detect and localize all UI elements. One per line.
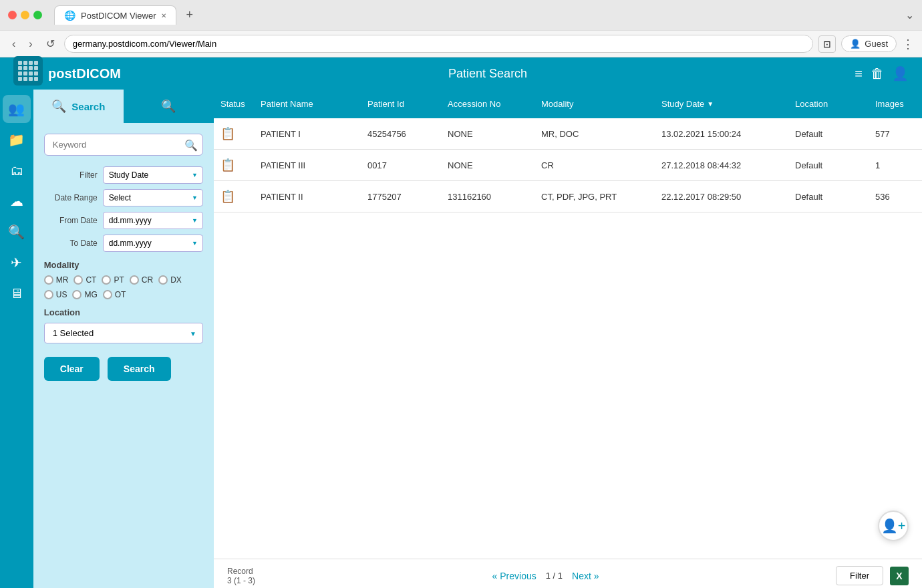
table-row[interactable]: 📋 PATIENT III 0017 NONE CR 27.12.2018 08…	[214, 150, 922, 181]
address-bar[interactable]	[64, 35, 814, 53]
status-icon-2: 📋	[220, 158, 235, 172]
guest-menu-button[interactable]: 👤 Guest	[841, 35, 897, 52]
forward-button[interactable]: ›	[25, 37, 36, 51]
col-header-images: Images	[869, 90, 922, 118]
extend-tabs-button[interactable]: ⌄	[905, 9, 914, 21]
prev-button[interactable]: « Previous	[488, 569, 541, 583]
browser-titlebar: 🌐 PostDICOM Viewer ✕ + ⌄	[0, 0, 922, 30]
cell-images-1: 577	[869, 118, 922, 149]
cell-accession-1: NONE	[441, 118, 534, 149]
content-area: 👥 📁 🗂 ☁ 🔍 ✈ 🖥 🔍 Search 🔍	[0, 90, 922, 588]
col-header-study-date[interactable]: Study Date ▼	[655, 90, 788, 118]
add-user-icon: 👤+	[881, 518, 906, 534]
from-date-select[interactable]: dd.mm.yyyy	[103, 212, 203, 229]
keyword-search-icon: 🔍	[184, 138, 198, 151]
pagination: « Previous 1 / 1 Next »	[488, 569, 603, 583]
cell-location-2: Default	[788, 150, 869, 180]
browser-chrome: 🌐 PostDICOM Viewer ✕ + ⌄ ‹ › ↺ ⊡ 👤 Guest…	[0, 0, 922, 57]
col-status-label: Status	[220, 99, 245, 109]
next-button[interactable]: Next »	[568, 569, 603, 583]
browser-more-button[interactable]: ⋮	[902, 37, 914, 51]
reload-button[interactable]: ↺	[42, 36, 59, 51]
sidebar-item-users[interactable]: 👥	[3, 95, 31, 123]
col-images-label: Images	[875, 99, 904, 109]
cell-patient-id-3: 1775207	[361, 181, 441, 212]
search-button[interactable]: Search	[108, 357, 171, 381]
browser-tab[interactable]: 🌐 PostDICOM Viewer ✕	[54, 5, 176, 25]
col-header-modality: Modality	[534, 90, 655, 118]
modality-title: Modality	[44, 260, 203, 270]
sidebar-item-layers[interactable]: 🗂	[3, 156, 31, 184]
filter-label: Filter	[44, 170, 98, 180]
record-info: Record 3 (1 - 3)	[227, 567, 255, 585]
sidebar-item-upload[interactable]: ☁	[3, 187, 31, 215]
minimize-dot[interactable]	[21, 11, 29, 19]
guest-label: Guest	[865, 39, 888, 49]
table-row[interactable]: 📋 PATIENT I 45254756 NONE MR, DOC 13.02.…	[214, 118, 922, 150]
logo-grid	[18, 61, 38, 81]
col-header-status: Status	[214, 90, 254, 118]
col-accession-label: Accession No	[448, 99, 500, 109]
app-wrapper: postDICOM Patient Search ≡ 🗑 👤 👥 📁 🗂 ☁ 🔍…	[0, 57, 922, 588]
cell-patient-id-1: 45254756	[361, 118, 441, 149]
cell-study-date-1: 13.02.2021 15:00:24	[655, 118, 788, 149]
app-logo-text: postDICOM	[48, 66, 121, 82]
modality-us-radio[interactable]	[44, 290, 53, 299]
table-row[interactable]: 📋 PATIENT II 1775207 131162160 CT, PDF, …	[214, 181, 922, 212]
filter-select[interactable]: Study Date Patient Name Patient ID	[103, 166, 203, 184]
user-icon[interactable]: 👤	[892, 65, 909, 82]
sidebar-item-folder[interactable]: 📁	[3, 126, 31, 154]
modality-ot-radio[interactable]	[103, 290, 112, 299]
filter-button[interactable]: Filter	[836, 566, 883, 585]
keyword-input[interactable]	[44, 134, 203, 156]
modality-mg-label: MG	[84, 290, 97, 299]
browser-actions: ⊡ 👤 Guest ⋮	[818, 35, 914, 53]
close-tab-button[interactable]: ✕	[161, 12, 166, 19]
from-date-select-wrapper: dd.mm.yyyy	[103, 212, 203, 229]
tab-search[interactable]: 🔍 Search	[33, 90, 124, 123]
logo-area: postDICOM	[13, 56, 121, 91]
col-study-date-label: Study Date	[661, 99, 704, 109]
modality-pt-label: PT	[114, 275, 124, 285]
cell-status-1: 📋	[214, 118, 254, 149]
modality-cr-radio[interactable]	[130, 275, 139, 285]
tab-advanced-search[interactable]: 🔍	[124, 90, 214, 123]
modality-mg-radio[interactable]	[72, 290, 82, 299]
modality-ct-radio[interactable]	[73, 275, 83, 285]
modality-ot: OT	[103, 290, 126, 299]
cell-study-date-3: 22.12.2017 08:29:50	[655, 181, 788, 212]
modality-mr-radio[interactable]	[44, 275, 53, 285]
table-header: Status Patient Name Patient Id Accession…	[214, 90, 922, 118]
date-range-select[interactable]: Select Today Last 7 Days Last Month	[103, 189, 203, 206]
cell-study-date-2: 27.12.2018 08:44:32	[655, 150, 788, 180]
modality-pt-radio[interactable]	[102, 275, 111, 285]
sidebar-item-search-list[interactable]: 🔍	[3, 218, 31, 246]
add-user-fab[interactable]: 👤+	[878, 510, 909, 541]
modality-dx-radio[interactable]	[158, 275, 168, 285]
location-select[interactable]: 1 Selected All Default	[44, 323, 203, 343]
trash-icon[interactable]: 🗑	[871, 66, 884, 82]
col-header-patient-name: Patient Name	[254, 90, 361, 118]
record-count: 3 (1 - 3)	[227, 576, 255, 585]
sidebar-item-display[interactable]: 🖥	[3, 279, 31, 307]
new-tab-button[interactable]: +	[186, 8, 193, 22]
cell-modality-1: MR, DOC	[534, 118, 655, 149]
sidebar-item-share[interactable]: ✈	[3, 249, 31, 277]
to-date-row: To Date dd.mm.yyyy	[44, 235, 203, 252]
cell-status-3: 📋	[214, 181, 254, 212]
tab-favicon: 🌐	[64, 10, 75, 21]
col-modality-label: Modality	[541, 99, 573, 109]
back-button[interactable]: ‹	[8, 37, 19, 51]
cell-images-3: 536	[869, 181, 922, 212]
col-header-location: Location	[788, 90, 869, 118]
close-dot[interactable]	[8, 11, 17, 19]
to-date-select[interactable]: dd.mm.yyyy	[103, 235, 203, 252]
maximize-dot[interactable]	[33, 11, 42, 19]
clear-button[interactable]: Clear	[44, 357, 100, 381]
cell-accession-3: 131162160	[441, 181, 534, 212]
col-header-patient-id: Patient Id	[361, 90, 441, 118]
cell-status-2: 📋	[214, 150, 254, 180]
split-view-button[interactable]: ⊡	[818, 35, 836, 53]
list-filter-icon[interactable]: ≡	[855, 66, 863, 82]
excel-export-button[interactable]: X	[890, 567, 909, 585]
